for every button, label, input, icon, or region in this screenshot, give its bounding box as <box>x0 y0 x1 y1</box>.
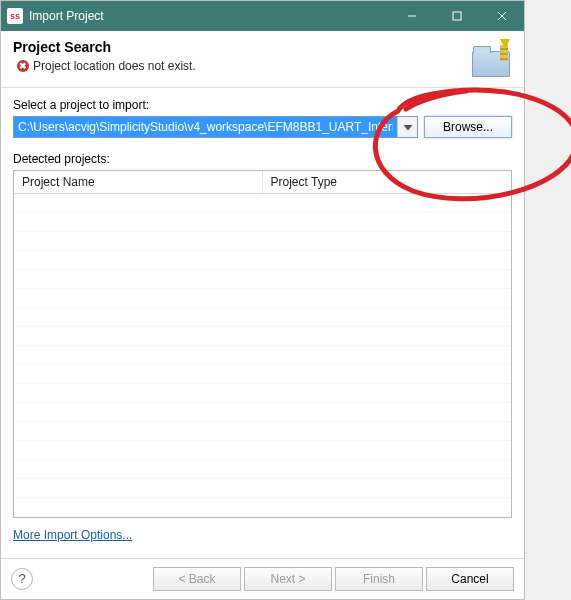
close-icon <box>497 11 507 21</box>
detected-label: Detected projects: <box>13 152 512 166</box>
column-project-type[interactable]: Project Type <box>263 171 512 193</box>
next-button[interactable]: Next > <box>244 567 332 591</box>
import-project-dialog: ss Import Project Project Search ✖ Proje… <box>0 0 525 600</box>
dialog-footer: ? < Back Next > Finish Cancel <box>1 558 524 599</box>
path-label: Select a project to import: <box>13 98 512 112</box>
more-import-options-link[interactable]: More Import Options... <box>13 528 512 548</box>
browse-button[interactable]: Browse... <box>424 116 512 138</box>
import-wizard-icon <box>468 39 512 77</box>
minimize-icon <box>407 11 417 21</box>
table-body-empty <box>14 194 511 517</box>
finish-button[interactable]: Finish <box>335 567 423 591</box>
project-path-combo[interactable] <box>13 116 418 138</box>
svg-marker-4 <box>404 125 412 130</box>
project-path-input[interactable] <box>14 117 397 137</box>
error-icon: ✖ <box>17 60 29 72</box>
back-button[interactable]: < Back <box>153 567 241 591</box>
maximize-button[interactable] <box>434 1 479 31</box>
chevron-down-icon <box>404 125 412 130</box>
maximize-icon <box>452 11 462 21</box>
cancel-button[interactable]: Cancel <box>426 567 514 591</box>
table-header: Project Name Project Type <box>14 171 511 194</box>
help-button[interactable]: ? <box>11 568 33 590</box>
minimize-button[interactable] <box>389 1 434 31</box>
svg-rect-1 <box>453 12 461 20</box>
error-message: Project location does not exist. <box>33 59 196 73</box>
titlebar: ss Import Project <box>1 1 524 31</box>
page-title: Project Search <box>13 39 462 55</box>
dialog-body: Select a project to import: Browse... De… <box>1 88 524 558</box>
app-icon: ss <box>7 8 23 24</box>
column-project-name[interactable]: Project Name <box>14 171 263 193</box>
window-title: Import Project <box>29 9 389 23</box>
wizard-header: Project Search ✖ Project location does n… <box>1 31 524 88</box>
detected-projects-table[interactable]: Project Name Project Type <box>13 170 512 518</box>
close-button[interactable] <box>479 1 524 31</box>
path-dropdown-button[interactable] <box>397 117 417 137</box>
